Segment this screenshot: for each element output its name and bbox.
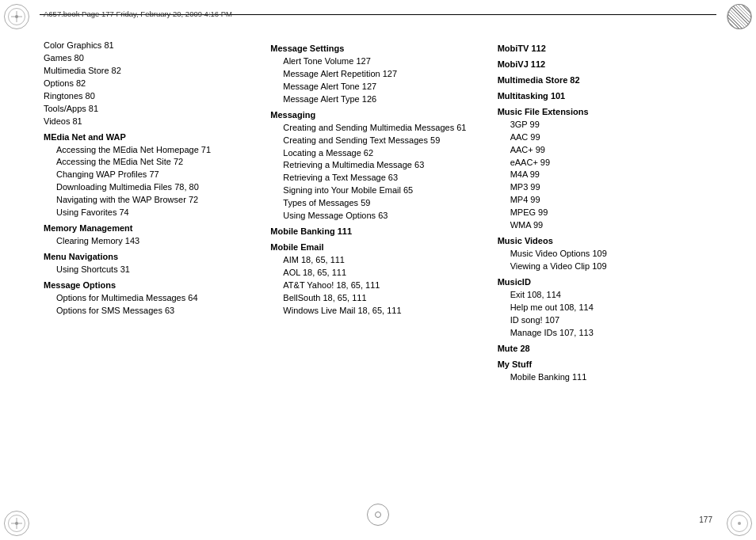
index-entry: WMA 99	[498, 219, 712, 232]
index-entry: Using Shortcuts 31	[44, 264, 258, 276]
index-entry: AIM 18, 65, 111	[270, 254, 485, 267]
index-entry: Videos 81	[44, 116, 258, 128]
index-entry: AAC+ 99	[498, 144, 712, 157]
index-entry: My Stuff	[498, 359, 712, 371]
corner-decoration-br	[727, 511, 752, 536]
index-entry: M4A 99	[498, 169, 712, 181]
index-entry: MP4 99	[498, 194, 712, 207]
column-1: Color Graphics 81Games 80Multimedia Stor…	[44, 40, 270, 504]
index-entry: Windows Live Mail 18, 65, 111	[270, 305, 485, 318]
index-entry: Color Graphics 81	[44, 40, 258, 52]
index-entry: Accessing the MEdia Net Homepage 71	[44, 144, 258, 157]
index-entry: 3GP 99	[498, 119, 712, 131]
content-area: Color Graphics 81Games 80Multimedia Stor…	[44, 40, 712, 504]
index-entry: AOL 18, 65, 111	[270, 267, 485, 280]
index-entry: Message Options	[44, 280, 258, 292]
index-entry: MusicID	[498, 276, 712, 289]
index-entry: Manage IDs 107, 113	[498, 327, 712, 340]
index-entry: Retrieving a Text Message 63	[270, 172, 485, 184]
index-entry: Options 82	[44, 78, 258, 90]
index-entry: Message Alert Repetition 127	[270, 68, 485, 81]
index-entry: Using Message Options 63	[270, 210, 485, 222]
index-entry: Alert Tone Volume 127	[270, 55, 485, 68]
index-entry: MPEG 99	[498, 207, 712, 219]
index-entry: AAC 99	[498, 131, 712, 144]
index-entry: Downloading Multimedia Files 78, 80	[44, 181, 258, 194]
index-entry: Locating a Message 62	[270, 147, 485, 160]
page-number: 177	[699, 515, 712, 524]
index-entry: Tools/Apps 81	[44, 103, 258, 116]
index-entry: Message Alert Tone 127	[270, 81, 485, 93]
column-3: MobiTV 112MobiVJ 112Multimedia Store 82M…	[498, 40, 712, 504]
header-text: A657.book Page 177 Friday, February 20, …	[44, 10, 232, 18]
bottom-nav	[367, 504, 389, 526]
index-entry: Ringtones 80	[44, 90, 258, 103]
index-entry: Creating and Sending Text Messages 59	[270, 135, 485, 147]
index-entry: Message Alert Type 126	[270, 93, 485, 106]
index-entry: Music Videos	[498, 235, 712, 248]
index-entry: Mute 28	[498, 343, 712, 356]
index-entry: eAAC+ 99	[498, 157, 712, 169]
index-entry: Accessing the MEdia Net Site 72	[44, 156, 258, 169]
index-entry: Navigating with the WAP Browser 72	[44, 194, 258, 207]
corner-decoration-tl	[4, 4, 29, 29]
index-entry: ID song! 107	[498, 314, 712, 327]
index-entry: Signing into Your Mobile Email 65	[270, 184, 485, 197]
index-entry: Messaging	[270, 109, 485, 122]
index-entry: Options for SMS Messages 63	[44, 305, 258, 318]
index-entry: MobiVJ 112	[498, 59, 712, 71]
index-entry: AT&T Yahoo! 18, 65, 111	[270, 280, 485, 292]
index-entry: Memory Management	[44, 222, 258, 235]
index-entry: Using Favorites 74	[44, 207, 258, 219]
index-entry: MP3 99	[498, 181, 712, 194]
index-entry: Multitasking 101	[498, 90, 712, 103]
index-entry: MEdia Net and WAP	[44, 131, 258, 144]
index-entry: Multimedia Store 82	[498, 74, 712, 87]
index-entry: MobiTV 112	[498, 43, 712, 55]
index-entry: Games 80	[44, 52, 258, 65]
index-entry: Retrieving a Multimedia Message 63	[270, 159, 485, 172]
index-entry: Mobile Email	[270, 241, 485, 254]
index-entry: Options for Multimedia Messages 64	[44, 292, 258, 305]
index-entry: Menu Navigations	[44, 251, 258, 264]
index-entry: Music File Extensions	[498, 106, 712, 119]
index-entry: Exit 108, 114	[498, 289, 712, 302]
index-entry: BellSouth 18, 65, 111	[270, 292, 485, 305]
index-entry: Mobile Banking 111	[270, 226, 485, 238]
index-entry: Types of Messages 59	[270, 197, 485, 210]
index-entry: Mobile Banking 111	[498, 371, 712, 384]
index-entry: Viewing a Video Clip 109	[498, 260, 712, 273]
index-entry: Clearing Memory 143	[44, 235, 258, 248]
index-entry: Message Settings	[270, 43, 485, 55]
index-entry: Changing WAP Profiles 77	[44, 169, 258, 181]
corner-decoration-bl	[4, 511, 29, 536]
index-entry: Creating and Sending Multimedia Messages…	[270, 122, 485, 135]
corner-decoration-tr	[727, 4, 752, 29]
index-entry: Multimedia Store 82	[44, 65, 258, 78]
column-2: Message SettingsAlert Tone Volume 127Mes…	[270, 40, 497, 504]
index-entry: Music Video Options 109	[498, 248, 712, 260]
index-entry: Help me out 108, 114	[498, 302, 712, 314]
